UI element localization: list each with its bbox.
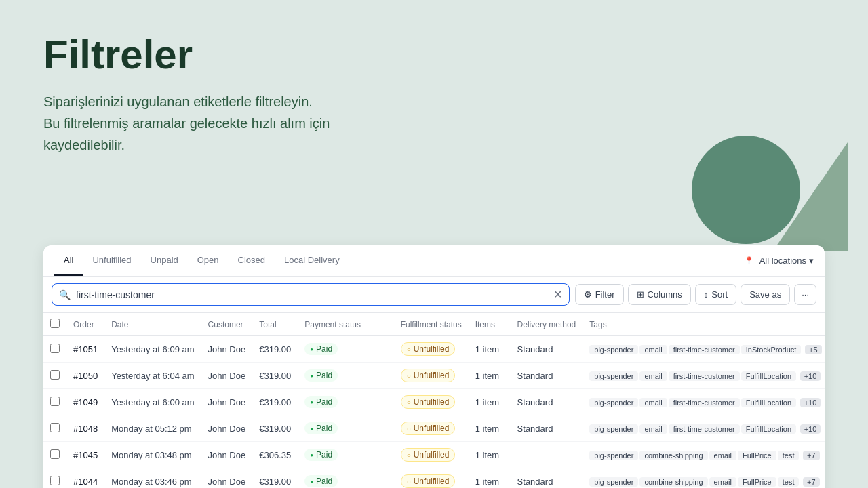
row-checkbox-5[interactable] <box>50 476 60 485</box>
row-date: Monday at 03:48 pm <box>104 442 201 468</box>
tag: FulfillLocation <box>741 371 796 381</box>
tag-count: +5 <box>805 345 822 354</box>
row-order-num: #1049 <box>66 389 104 415</box>
search-input-wrap: 🔍 ✕ <box>52 283 570 306</box>
tag: test <box>778 477 800 487</box>
row-checkbox-cell <box>43 363 66 389</box>
tab-unpaid[interactable]: Unpaid <box>141 245 188 276</box>
row-tags: big-spenderemailfirst-time-customerFulfi… <box>583 389 825 415</box>
search-icon: 🔍 <box>59 289 71 300</box>
chevron-down-icon: ▾ <box>809 256 814 266</box>
search-input[interactable] <box>76 289 548 300</box>
tag: FulfillLocation <box>741 398 796 407</box>
row-customer: John Doe <box>201 363 253 389</box>
tab-local-delivery[interactable]: Local Delivery <box>275 245 349 276</box>
table-row: #1045 Monday at 03:48 pm John Doe €306.3… <box>43 442 825 468</box>
tag: email <box>639 398 667 407</box>
tab-all[interactable]: All <box>54 245 83 276</box>
table-row: #1050 Yesterday at 6:04 am John Doe €319… <box>43 363 825 389</box>
tag: email <box>639 424 667 434</box>
row-items: 1 item <box>469 336 511 363</box>
tag: FullPrice <box>738 477 776 487</box>
row-tags: big-spendercombine-shippingemailFullPric… <box>583 468 825 489</box>
tag: big-spender <box>589 371 638 381</box>
row-order-num: #1051 <box>66 336 104 363</box>
col-customer: Customer <box>201 313 253 336</box>
more-button[interactable]: ··· <box>794 284 816 305</box>
row-total: €319.00 <box>252 389 298 415</box>
row-date: Yesterday at 6:09 am <box>104 336 201 363</box>
tag-count: +10 <box>800 398 821 407</box>
row-tags: big-spendercombine-shippingemailFullPric… <box>583 442 825 468</box>
row-customer: John Doe <box>201 389 253 415</box>
row-checkbox-2[interactable] <box>50 396 60 406</box>
tag: first-time-customer <box>669 424 740 434</box>
row-checkbox-1[interactable] <box>50 370 60 380</box>
col-date: Date <box>104 313 201 336</box>
row-items: 1 item <box>469 363 511 389</box>
row-delivery: Standard <box>511 336 583 363</box>
row-order-num: #1045 <box>66 442 104 468</box>
row-payment-status: Paid <box>298 363 393 389</box>
row-date: Yesterday at 6:00 am <box>104 389 201 415</box>
tab-unfulfilled[interactable]: Unfulfilled <box>83 245 140 276</box>
tag: FulfillLocation <box>741 424 796 434</box>
row-checkbox-3[interactable] <box>50 423 60 432</box>
tag: big-spender <box>589 451 638 460</box>
row-customer: John Doe <box>201 442 253 468</box>
location-icon: 📍 <box>744 256 754 266</box>
sort-icon: ↕ <box>704 289 709 300</box>
sort-button[interactable]: ↕ Sort <box>695 284 736 305</box>
row-total: €306.35 <box>252 442 298 468</box>
col-payment-status: Payment status <box>298 313 393 336</box>
row-date: Yesterday at 6:04 am <box>104 363 201 389</box>
row-payment-status: Paid <box>298 336 393 363</box>
tag: first-time-customer <box>669 398 740 407</box>
row-checkbox-0[interactable] <box>50 344 60 353</box>
filter-button[interactable]: ⚙ Filter <box>575 284 624 305</box>
row-fulfillment-status: Unfulfilled <box>394 415 469 442</box>
row-items: 1 item <box>469 389 511 415</box>
col-order: Order <box>66 313 104 336</box>
row-checkbox-cell <box>43 389 66 415</box>
row-customer: John Doe <box>201 468 253 489</box>
tag: combine-shipping <box>639 451 707 460</box>
tag: big-spender <box>589 398 638 407</box>
row-checkbox-cell <box>43 442 66 468</box>
row-delivery: Standard <box>511 415 583 442</box>
row-delivery: Standard <box>511 468 583 489</box>
row-checkbox-cell <box>43 468 66 489</box>
location-label: All locations <box>760 256 806 266</box>
row-date: Monday at 05:12 pm <box>104 415 201 442</box>
tag: big-spender <box>589 477 638 487</box>
tag: test <box>778 451 800 460</box>
row-checkbox-4[interactable] <box>50 449 60 459</box>
location-dropdown[interactable]: 📍 All locations ▾ <box>744 256 814 266</box>
search-clear-icon[interactable]: ✕ <box>553 288 562 301</box>
table-row: #1051 Yesterday at 6:09 am John Doe €319… <box>43 336 825 363</box>
tag: big-spender <box>589 345 638 354</box>
row-payment-status: Paid <box>298 468 393 489</box>
columns-button[interactable]: ⊞ Columns <box>628 284 691 305</box>
tab-open[interactable]: Open <box>188 245 229 276</box>
filter-label: Filter <box>595 289 615 300</box>
tabs-left: All Unfulfilled Unpaid Open Closed Local… <box>54 245 349 276</box>
tag-count: +7 <box>803 451 820 460</box>
save-as-button[interactable]: Save as <box>741 284 790 305</box>
row-tags: big-spenderemailfirst-time-customerFulfi… <box>583 415 825 442</box>
row-order-num: #1048 <box>66 415 104 442</box>
tag: combine-shipping <box>639 477 707 487</box>
row-total: €319.00 <box>252 468 298 489</box>
orders-panel: All Unfulfilled Unpaid Open Closed Local… <box>43 245 825 488</box>
tab-closed[interactable]: Closed <box>229 245 275 276</box>
tag: email <box>639 371 667 381</box>
orders-table: Order Date Customer Total Payment status… <box>43 313 825 488</box>
row-delivery <box>511 442 583 468</box>
tag: first-time-customer <box>669 371 740 381</box>
row-order-num: #1050 <box>66 363 104 389</box>
select-all-checkbox[interactable] <box>50 319 60 328</box>
col-delivery-method: Delivery method <box>511 313 583 336</box>
row-items: 1 item <box>469 415 511 442</box>
row-total: €319.00 <box>252 363 298 389</box>
tag: first-time-customer <box>669 345 740 354</box>
